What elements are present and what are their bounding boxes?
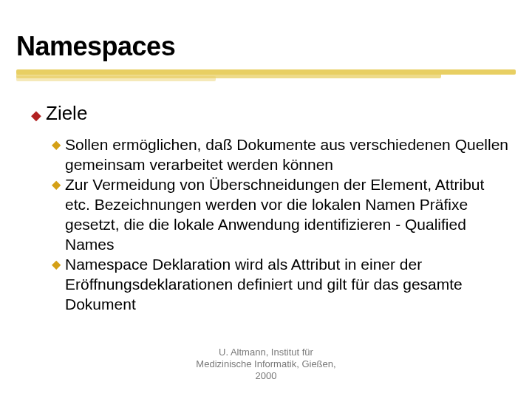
bullet-level1: ◆ Ziele [31, 102, 510, 126]
footer-line: Medizinische Informatik, Gießen, [155, 358, 377, 370]
slide-title: Namespaces [16, 31, 175, 62]
bullet-level1-text: Ziele [46, 102, 87, 124]
footer-line: U. Altmann, Institut für [155, 347, 377, 358]
bullet-level2: ◆ Zur Vermeidung von Überschneidungen de… [52, 174, 510, 254]
underline-stroke [16, 76, 216, 81]
bullet-level2: ◆ Namespace Deklaration wird als Attribu… [52, 254, 510, 314]
bullet-level2-text: Zur Vermeidung von Überschneidungen der … [65, 174, 510, 254]
footer-line: 2000 [155, 370, 377, 382]
bullet-icon: ◆ [52, 134, 65, 154]
slide: Namespaces ◆ Ziele ◆ Sollen ermöglichen,… [0, 0, 532, 399]
bullet-icon: ◆ [31, 105, 46, 126]
title-underline [16, 69, 516, 80]
bullet-icon: ◆ [52, 254, 65, 274]
bullet-level2-group: ◆ Sollen ermöglichen, daß Dokumente aus … [52, 134, 510, 314]
bullet-level2-text: Sollen ermöglichen, daß Dokumente aus ve… [65, 134, 510, 174]
content-area: ◆ Ziele ◆ Sollen ermöglichen, daß Dokume… [31, 102, 510, 314]
bullet-icon: ◆ [52, 174, 65, 194]
bullet-level2-text: Namespace Deklaration wird als Attribut … [65, 254, 510, 314]
footer-attribution: U. Altmann, Institut für Medizinische In… [155, 347, 377, 382]
bullet-level2: ◆ Sollen ermöglichen, daß Dokumente aus … [52, 134, 510, 174]
